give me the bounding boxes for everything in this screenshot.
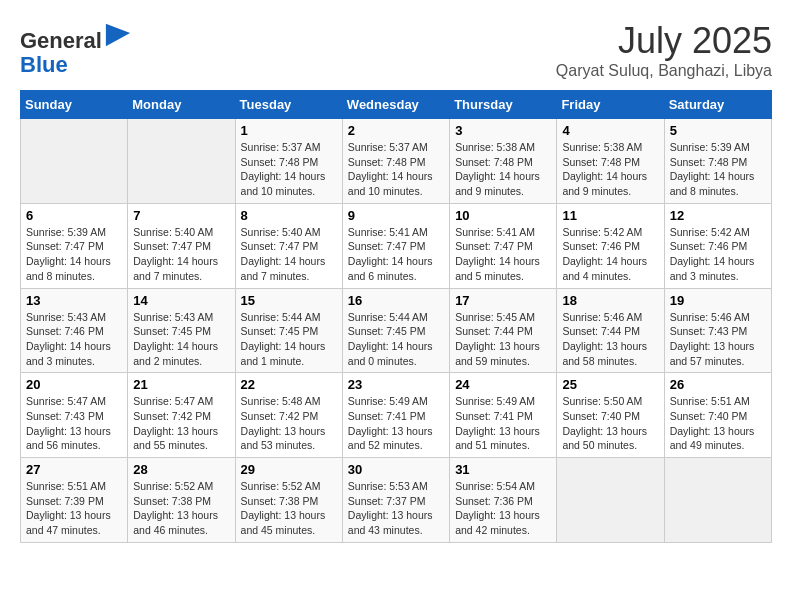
calendar-cell <box>664 458 771 543</box>
calendar-cell: 17Sunrise: 5:45 AM Sunset: 7:44 PM Dayli… <box>450 288 557 373</box>
day-detail: Sunrise: 5:37 AM Sunset: 7:48 PM Dayligh… <box>348 140 444 199</box>
day-detail: Sunrise: 5:54 AM Sunset: 7:36 PM Dayligh… <box>455 479 551 538</box>
day-number: 10 <box>455 208 551 223</box>
month-year: July 2025 <box>556 20 772 62</box>
calendar-cell: 25Sunrise: 5:50 AM Sunset: 7:40 PM Dayli… <box>557 373 664 458</box>
calendar-week-row: 1Sunrise: 5:37 AM Sunset: 7:48 PM Daylig… <box>21 119 772 204</box>
day-number: 6 <box>26 208 122 223</box>
day-number: 3 <box>455 123 551 138</box>
day-detail: Sunrise: 5:49 AM Sunset: 7:41 PM Dayligh… <box>455 394 551 453</box>
day-detail: Sunrise: 5:40 AM Sunset: 7:47 PM Dayligh… <box>241 225 337 284</box>
day-detail: Sunrise: 5:51 AM Sunset: 7:39 PM Dayligh… <box>26 479 122 538</box>
calendar-cell: 10Sunrise: 5:41 AM Sunset: 7:47 PM Dayli… <box>450 203 557 288</box>
day-detail: Sunrise: 5:39 AM Sunset: 7:48 PM Dayligh… <box>670 140 766 199</box>
calendar-week-row: 27Sunrise: 5:51 AM Sunset: 7:39 PM Dayli… <box>21 458 772 543</box>
weekday-header-wednesday: Wednesday <box>342 91 449 119</box>
day-detail: Sunrise: 5:37 AM Sunset: 7:48 PM Dayligh… <box>241 140 337 199</box>
day-number: 13 <box>26 293 122 308</box>
calendar-cell: 11Sunrise: 5:42 AM Sunset: 7:46 PM Dayli… <box>557 203 664 288</box>
day-number: 30 <box>348 462 444 477</box>
weekday-header-sunday: Sunday <box>21 91 128 119</box>
calendar-table: SundayMondayTuesdayWednesdayThursdayFrid… <box>20 90 772 543</box>
calendar-cell: 2Sunrise: 5:37 AM Sunset: 7:48 PM Daylig… <box>342 119 449 204</box>
day-detail: Sunrise: 5:38 AM Sunset: 7:48 PM Dayligh… <box>455 140 551 199</box>
calendar-cell: 18Sunrise: 5:46 AM Sunset: 7:44 PM Dayli… <box>557 288 664 373</box>
day-number: 14 <box>133 293 229 308</box>
logo: General Blue <box>20 20 132 77</box>
day-number: 28 <box>133 462 229 477</box>
day-detail: Sunrise: 5:48 AM Sunset: 7:42 PM Dayligh… <box>241 394 337 453</box>
day-detail: Sunrise: 5:43 AM Sunset: 7:45 PM Dayligh… <box>133 310 229 369</box>
day-detail: Sunrise: 5:44 AM Sunset: 7:45 PM Dayligh… <box>241 310 337 369</box>
calendar-cell: 7Sunrise: 5:40 AM Sunset: 7:47 PM Daylig… <box>128 203 235 288</box>
day-number: 26 <box>670 377 766 392</box>
title-block: July 2025 Qaryat Suluq, Banghazi, Libya <box>556 20 772 80</box>
calendar-cell: 26Sunrise: 5:51 AM Sunset: 7:40 PM Dayli… <box>664 373 771 458</box>
calendar-cell: 4Sunrise: 5:38 AM Sunset: 7:48 PM Daylig… <box>557 119 664 204</box>
day-detail: Sunrise: 5:46 AM Sunset: 7:43 PM Dayligh… <box>670 310 766 369</box>
day-detail: Sunrise: 5:41 AM Sunset: 7:47 PM Dayligh… <box>455 225 551 284</box>
weekday-header-monday: Monday <box>128 91 235 119</box>
day-number: 17 <box>455 293 551 308</box>
calendar-cell: 20Sunrise: 5:47 AM Sunset: 7:43 PM Dayli… <box>21 373 128 458</box>
calendar-cell: 24Sunrise: 5:49 AM Sunset: 7:41 PM Dayli… <box>450 373 557 458</box>
logo-general: General <box>20 28 102 53</box>
calendar-cell: 16Sunrise: 5:44 AM Sunset: 7:45 PM Dayli… <box>342 288 449 373</box>
svg-marker-0 <box>106 24 130 46</box>
calendar-cell: 3Sunrise: 5:38 AM Sunset: 7:48 PM Daylig… <box>450 119 557 204</box>
day-detail: Sunrise: 5:47 AM Sunset: 7:43 PM Dayligh… <box>26 394 122 453</box>
day-number: 20 <box>26 377 122 392</box>
weekday-header-tuesday: Tuesday <box>235 91 342 119</box>
day-detail: Sunrise: 5:53 AM Sunset: 7:37 PM Dayligh… <box>348 479 444 538</box>
calendar-week-row: 6Sunrise: 5:39 AM Sunset: 7:47 PM Daylig… <box>21 203 772 288</box>
calendar-cell: 13Sunrise: 5:43 AM Sunset: 7:46 PM Dayli… <box>21 288 128 373</box>
calendar-cell: 6Sunrise: 5:39 AM Sunset: 7:47 PM Daylig… <box>21 203 128 288</box>
day-detail: Sunrise: 5:50 AM Sunset: 7:40 PM Dayligh… <box>562 394 658 453</box>
day-number: 15 <box>241 293 337 308</box>
day-number: 2 <box>348 123 444 138</box>
day-number: 5 <box>670 123 766 138</box>
day-detail: Sunrise: 5:43 AM Sunset: 7:46 PM Dayligh… <box>26 310 122 369</box>
day-number: 7 <box>133 208 229 223</box>
day-detail: Sunrise: 5:41 AM Sunset: 7:47 PM Dayligh… <box>348 225 444 284</box>
calendar-cell: 8Sunrise: 5:40 AM Sunset: 7:47 PM Daylig… <box>235 203 342 288</box>
day-number: 19 <box>670 293 766 308</box>
calendar-cell: 22Sunrise: 5:48 AM Sunset: 7:42 PM Dayli… <box>235 373 342 458</box>
day-number: 9 <box>348 208 444 223</box>
calendar-cell <box>21 119 128 204</box>
calendar-cell: 29Sunrise: 5:52 AM Sunset: 7:38 PM Dayli… <box>235 458 342 543</box>
day-number: 11 <box>562 208 658 223</box>
day-number: 29 <box>241 462 337 477</box>
day-number: 24 <box>455 377 551 392</box>
calendar-body: 1Sunrise: 5:37 AM Sunset: 7:48 PM Daylig… <box>21 119 772 543</box>
day-number: 8 <box>241 208 337 223</box>
calendar-week-row: 20Sunrise: 5:47 AM Sunset: 7:43 PM Dayli… <box>21 373 772 458</box>
calendar-cell: 12Sunrise: 5:42 AM Sunset: 7:46 PM Dayli… <box>664 203 771 288</box>
calendar-cell: 14Sunrise: 5:43 AM Sunset: 7:45 PM Dayli… <box>128 288 235 373</box>
day-detail: Sunrise: 5:42 AM Sunset: 7:46 PM Dayligh… <box>670 225 766 284</box>
calendar-cell: 15Sunrise: 5:44 AM Sunset: 7:45 PM Dayli… <box>235 288 342 373</box>
calendar-cell: 1Sunrise: 5:37 AM Sunset: 7:48 PM Daylig… <box>235 119 342 204</box>
day-number: 12 <box>670 208 766 223</box>
day-number: 23 <box>348 377 444 392</box>
page-header: General Blue July 2025 Qaryat Suluq, Ban… <box>20 20 772 80</box>
weekday-header-saturday: Saturday <box>664 91 771 119</box>
calendar-cell <box>128 119 235 204</box>
calendar-cell: 21Sunrise: 5:47 AM Sunset: 7:42 PM Dayli… <box>128 373 235 458</box>
weekday-header-thursday: Thursday <box>450 91 557 119</box>
day-detail: Sunrise: 5:44 AM Sunset: 7:45 PM Dayligh… <box>348 310 444 369</box>
calendar-cell: 9Sunrise: 5:41 AM Sunset: 7:47 PM Daylig… <box>342 203 449 288</box>
day-number: 27 <box>26 462 122 477</box>
day-detail: Sunrise: 5:52 AM Sunset: 7:38 PM Dayligh… <box>133 479 229 538</box>
day-number: 22 <box>241 377 337 392</box>
day-number: 4 <box>562 123 658 138</box>
day-number: 18 <box>562 293 658 308</box>
calendar-cell <box>557 458 664 543</box>
day-detail: Sunrise: 5:49 AM Sunset: 7:41 PM Dayligh… <box>348 394 444 453</box>
day-detail: Sunrise: 5:40 AM Sunset: 7:47 PM Dayligh… <box>133 225 229 284</box>
day-number: 31 <box>455 462 551 477</box>
day-detail: Sunrise: 5:51 AM Sunset: 7:40 PM Dayligh… <box>670 394 766 453</box>
day-number: 16 <box>348 293 444 308</box>
calendar-cell: 30Sunrise: 5:53 AM Sunset: 7:37 PM Dayli… <box>342 458 449 543</box>
calendar-cell: 31Sunrise: 5:54 AM Sunset: 7:36 PM Dayli… <box>450 458 557 543</box>
